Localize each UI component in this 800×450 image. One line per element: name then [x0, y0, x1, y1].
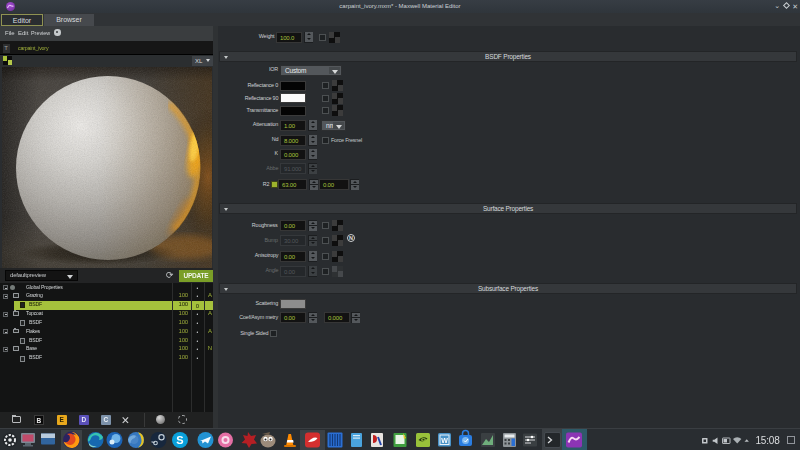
svg-text:S: S: [176, 434, 183, 446]
svg-text:W: W: [441, 437, 448, 444]
